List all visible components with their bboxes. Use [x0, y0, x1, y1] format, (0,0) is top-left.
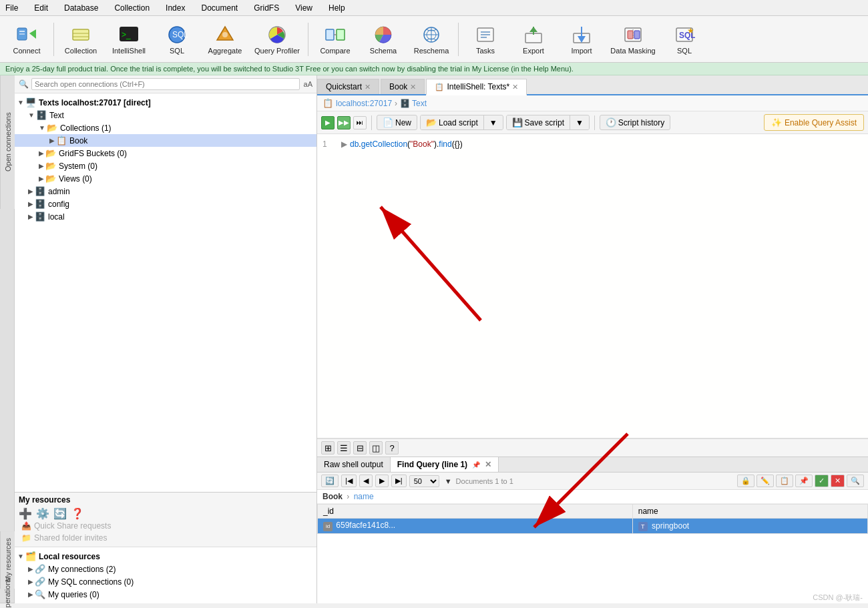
toolbar-reschema[interactable]: Reschema — [409, 19, 454, 59]
table-row[interactable]: id 659facfe141c8... T springboot — [318, 519, 868, 534]
load-script-button[interactable]: 📂 Load script — [421, 115, 484, 129]
menu-file[interactable]: File — [3, 2, 21, 14]
lock-icon[interactable]: 🔒 — [737, 475, 754, 487]
enable-query-assist-button[interactable]: ✨ Enable Query Assist — [764, 114, 864, 131]
col-header-id[interactable]: _id — [318, 505, 633, 519]
toolbar-sql2[interactable]: SQL ★ SQL — [662, 19, 707, 59]
step-button[interactable]: ⏭ — [353, 116, 367, 129]
menu-view[interactable]: View — [292, 2, 315, 14]
col-header-name[interactable]: name — [632, 505, 867, 519]
open-connections-sidebar[interactable]: Open connections — [0, 75, 15, 209]
help-resource-icon[interactable]: ❓ — [71, 507, 84, 520]
prev-page-button[interactable]: ◀ — [359, 475, 373, 487]
refresh-results-button[interactable]: 🔄 — [321, 475, 339, 487]
tree-my-connections[interactable]: ▶ 🔗 My connections (2) — [15, 563, 316, 575]
script-history-button[interactable]: 🕐 Script history — [600, 115, 670, 130]
tree-local-resources[interactable]: ▼ 🗂️ Local resources — [15, 550, 316, 563]
quick-share-item[interactable]: 📤 Quick Share requests — [19, 520, 312, 532]
tree-gridfs[interactable]: ▶ 📂 GridFS Buckets (0) — [15, 147, 316, 160]
add-resource-icon[interactable]: ➕ — [19, 507, 32, 520]
code-content-1: db.getCollection("Book").find({}) — [350, 139, 463, 149]
code-editor[interactable]: 1 ▶ db.getCollection("Book").find({}) — [317, 134, 868, 438]
result-tab-pin-icon[interactable]: 📌 — [472, 461, 480, 469]
tab-book[interactable]: Book ✕ — [381, 79, 425, 94]
first-page-button[interactable]: |◀ — [341, 475, 357, 487]
tab-quickstart[interactable]: Quickstart ✕ — [317, 79, 379, 94]
next-page-button[interactable]: ▶ — [375, 475, 389, 487]
breadcrumb-icon: 📋 — [322, 98, 333, 108]
reschema-icon — [421, 24, 442, 45]
page-size-select[interactable]: 50 100 200 — [409, 475, 439, 487]
view-icon-1[interactable]: ⊞ — [321, 441, 335, 454]
view-icon-4[interactable]: ◫ — [369, 441, 383, 454]
menu-gridfs[interactable]: GridFS — [251, 2, 282, 14]
view-icon-help[interactable]: ? — [385, 441, 399, 454]
tree-local-resources-label: Local resources — [39, 552, 100, 561]
menu-help[interactable]: Help — [326, 2, 348, 14]
last-page-button[interactable]: ▶| — [391, 475, 407, 487]
breadcrumb-db[interactable]: Text — [412, 99, 427, 108]
system-icon: 📂 — [45, 161, 56, 171]
result-tab-findquery-close[interactable]: ✕ — [485, 460, 491, 469]
menu-document[interactable]: Document — [198, 2, 240, 14]
toolbar-aggregate[interactable]: Aggregate — [202, 19, 248, 59]
toolbar-tasks[interactable]: Tasks — [463, 19, 508, 59]
toolbar-query-profiler[interactable]: Query Profiler — [250, 19, 304, 59]
save-script-button[interactable]: 💾 Save script — [507, 115, 570, 129]
tree-book-collection[interactable]: ▶ 📋 Book — [15, 134, 316, 147]
toolbar-data-masking[interactable]: Data Masking — [607, 19, 659, 59]
toolbar-collection[interactable]: Collection — [58, 19, 103, 59]
result-tab-findquery[interactable]: Find Query (line 1) 📌 ✕ — [391, 457, 499, 472]
toolbar-schema[interactable]: Schema — [361, 19, 406, 59]
tree-sql-connections[interactable]: ▶ 🔗 My SQL connections (0) — [15, 575, 316, 588]
menu-collection[interactable]: Collection — [112, 2, 152, 14]
tab-book-close[interactable]: ✕ — [410, 83, 416, 91]
local-resources-section: ▼ 🗂️ Local resources ▶ 🔗 My connections … — [15, 547, 316, 603]
shared-folder-item[interactable]: 📁 Shared folder invites — [19, 532, 312, 544]
delete-icon[interactable]: ✕ — [831, 475, 845, 487]
menu-index[interactable]: Index — [163, 2, 188, 14]
refresh-resource-icon[interactable]: 🔄 — [53, 507, 67, 520]
toolbar-compare[interactable]: Compare — [312, 19, 358, 59]
tree-db-local[interactable]: ▶ 🗄️ local — [15, 210, 316, 223]
tree-db-text[interactable]: ▼ 🗄️ Text — [15, 109, 316, 121]
edit-icon[interactable]: ✏️ — [756, 475, 774, 487]
menu-edit[interactable]: Edit — [31, 2, 51, 14]
tab-intellishell-close[interactable]: ✕ — [512, 83, 518, 91]
tab-quickstart-close[interactable]: ✕ — [365, 83, 371, 91]
load-script-dropdown[interactable]: ▼ — [484, 116, 503, 129]
tree-views[interactable]: ▶ 📂 Views (0) — [15, 172, 316, 185]
copy-icon[interactable]: 📋 — [776, 475, 793, 487]
tree-my-queries[interactable]: ▶ 🔍 My queries (0) — [15, 588, 316, 601]
tree-system[interactable]: ▶ 📂 System (0) — [15, 160, 316, 172]
operations-sidebar[interactable]: Operations — [0, 589, 14, 603]
toolbar-sql[interactable]: SQL SQL — [154, 19, 200, 59]
import-label: Import — [571, 47, 592, 55]
play-button[interactable]: ▶ — [321, 116, 335, 129]
paste-icon[interactable]: 📌 — [795, 475, 813, 487]
save-script-dropdown[interactable]: ▼ — [570, 116, 589, 129]
result-tab-raw[interactable]: Raw shell output — [317, 457, 391, 472]
search-result-icon[interactable]: 🔍 — [847, 475, 864, 487]
toolbar-connect[interactable]: Connect — [4, 19, 49, 59]
breadcrumb-server[interactable]: localhost:27017 — [336, 99, 392, 108]
settings-resource-icon[interactable]: ⚙️ — [36, 507, 49, 520]
tab-intellishell[interactable]: 📋 IntelliShell: Texts* ✕ — [426, 79, 527, 95]
view-icon-2[interactable]: ☰ — [337, 441, 351, 454]
menu-database[interactable]: Database — [61, 2, 101, 14]
play-all-button[interactable]: ▶▶ — [337, 116, 351, 129]
tree-collections-folder[interactable]: ▼ 📂 Collections (1) — [15, 121, 316, 134]
tree-db-admin[interactable]: ▶ 🗄️ admin — [15, 185, 316, 198]
view-icon-3[interactable]: ⊟ — [353, 441, 367, 454]
code-db: db — [350, 139, 359, 149]
import-icon — [571, 24, 592, 45]
search-input[interactable] — [31, 78, 300, 90]
aa-label[interactable]: aA — [304, 80, 312, 88]
check-icon[interactable]: ✓ — [815, 475, 829, 487]
toolbar-export[interactable]: Export — [511, 19, 556, 59]
new-script-button[interactable]: 📄 New — [377, 115, 417, 130]
tree-db-config[interactable]: ▶ 🗄️ config — [15, 198, 316, 210]
tree-server[interactable]: ▼ 🖥️ Texts localhost:27017 [direct] — [15, 96, 316, 109]
toolbar-import[interactable]: Import — [559, 19, 604, 59]
toolbar-intellishell[interactable]: >_ IntelliShell — [106, 19, 152, 59]
